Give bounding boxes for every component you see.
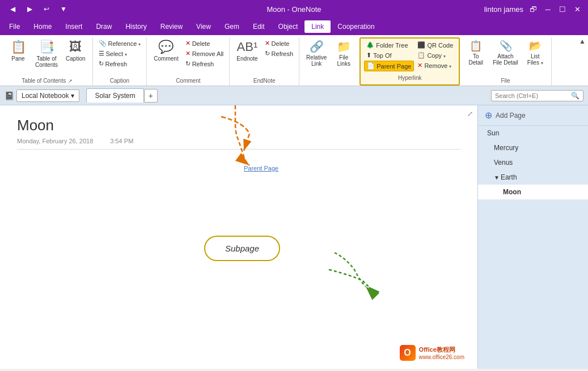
comment-refresh-button[interactable]: ↻ Refresh (183, 59, 226, 69)
tabs-area: Solar System + (86, 88, 157, 103)
watermark: O Office教程网 www.office26.com (395, 343, 469, 363)
remove-button[interactable]: ✕ Remove ▾ (415, 61, 455, 70)
comment-col: ✕ Delete ✕ Remove All ↻ Refresh (183, 39, 226, 69)
menu-review[interactable]: Review (154, 20, 189, 33)
remove-all-icon: ✕ (185, 50, 191, 57)
page-item-sun[interactable]: Sun (478, 126, 588, 140)
notebook-icon-area: 📓 (5, 91, 14, 100)
file-label: File (463, 76, 547, 86)
reference-button[interactable]: 📎 Reference ▾ (96, 39, 143, 48)
endnote-button[interactable]: AB¹ Endnote (233, 39, 261, 63)
endnote-icon: AB¹ (237, 40, 258, 54)
maximize-button[interactable]: ☐ (557, 4, 568, 14)
menu-view[interactable]: View (189, 20, 218, 33)
attach-file-icon: 📎 (500, 40, 512, 52)
select-button[interactable]: ☰ Select ▾ (96, 49, 143, 58)
add-page-button[interactable]: ⊕ Add Page (478, 105, 588, 126)
caption-label: Caption (96, 76, 143, 86)
page-item-venus[interactable]: Venus (478, 155, 588, 170)
qr-code-icon: ⬛ (417, 41, 425, 49)
menu-bar: File Home Insert Draw History Review Vie… (0, 18, 588, 35)
menu-cooperation[interactable]: Cooperation (331, 20, 381, 33)
links-label (303, 83, 356, 86)
file-links-icon: 📁 (337, 40, 351, 53)
forward-button[interactable]: ▶ (23, 2, 36, 16)
minimize-button[interactable]: ─ (543, 4, 553, 14)
hyperlink-label: Hyperlink (364, 74, 455, 83)
links-content: 🔗 RelativeLink 📁 FileLinks (303, 39, 356, 83)
search-box[interactable]: 🔍 (491, 90, 583, 101)
subpage-label: Subpage (204, 236, 280, 261)
to-detail-icon: 📋 (469, 40, 482, 52)
menu-file[interactable]: File (2, 20, 27, 33)
comment-group: 💬 Comment ✕ Delete ✕ Remove All ↻ Refres… (147, 37, 230, 86)
undo-button[interactable]: ↩ (40, 2, 53, 16)
page-time: 3:54 PM (110, 138, 133, 144)
menu-draw[interactable]: Draw (89, 20, 119, 33)
caption-icon: 🖼 (69, 40, 82, 54)
menu-gem[interactable]: Gem (218, 20, 246, 33)
add-tab-button[interactable]: + (144, 89, 158, 103)
page-item-mercury[interactable]: Mercury (478, 140, 588, 155)
endnote-content: AB¹ Endnote ✕ Delete ↻ Refresh (233, 39, 295, 76)
page-meta: Monday, February 26, 2018 3:54 PM (17, 138, 460, 150)
notebook-dropdown-icon: ▾ (71, 92, 74, 100)
toc-expand[interactable]: ↗ (68, 78, 73, 84)
expand-button[interactable]: ⤢ (467, 110, 473, 118)
folder-tree-button[interactable]: 🌲 Folder Tree (364, 40, 414, 50)
user-name: linton james (484, 5, 523, 14)
parent-page-button[interactable]: 📄 Parent Page (364, 61, 414, 71)
search-input[interactable] (495, 92, 569, 99)
comment-button[interactable]: 💬 Comment (150, 39, 181, 63)
menu-object[interactable]: Object (272, 20, 305, 33)
links-group: 🔗 RelativeLink 📁 FileLinks (299, 37, 359, 86)
toc-group: 📋 Pane 📑 Table ofContents 🖼 Caption Tabl… (2, 37, 93, 86)
relative-link-button[interactable]: 🔗 RelativeLink (303, 39, 330, 68)
menu-link[interactable]: Link (304, 20, 331, 33)
page-item-earth[interactable]: ▼Earth (478, 170, 588, 185)
notebook-selector[interactable]: Local Notebook ▾ (16, 89, 79, 102)
tab-solar-system[interactable]: Solar System (86, 88, 143, 103)
comment-delete-button[interactable]: ✕ Delete (183, 39, 226, 48)
restore-button[interactable]: 🗗 (528, 4, 538, 14)
quick-access-button[interactable]: ▼ (57, 2, 70, 16)
earth-expand-icon: ▼ (494, 174, 500, 181)
title-bar-left: ◀ ▶ ↩ ▼ (6, 2, 70, 16)
notebook-name: Local Notebook (22, 92, 69, 100)
parent-page-link[interactable]: Parent Page (244, 165, 278, 172)
pane-button[interactable]: 📋 Pane (6, 39, 31, 63)
menu-insert[interactable]: Insert (58, 20, 89, 33)
ribbon-collapse[interactable]: ▲ (579, 37, 586, 45)
caption-refresh-icon: ↻ (99, 60, 104, 67)
page-title: Moon (17, 117, 460, 134)
endnote-label: EndNote (233, 76, 295, 86)
list-files-button[interactable]: 📂 ListFiles ▾ (523, 39, 548, 67)
page-item-moon[interactable]: Moon (478, 185, 588, 199)
comment-refresh-icon: ↻ (185, 60, 191, 67)
to-detail-button[interactable]: 📋 ToDetail (463, 39, 488, 67)
back-button[interactable]: ◀ (6, 2, 19, 16)
close-button[interactable]: ✕ (572, 4, 582, 14)
office-icon: O (400, 345, 416, 361)
caption-button[interactable]: 🖼 Caption (62, 39, 88, 63)
toc-button[interactable]: 📑 Table ofContents (32, 39, 61, 69)
qr-code-button[interactable]: ⬛ QR Code (415, 40, 455, 50)
file-group: 📋 ToDetail 📎 AttachFile Detail 📂 ListFil… (460, 37, 551, 86)
attach-file-detail-button[interactable]: 📎 AttachFile Detail (489, 39, 521, 67)
search-icon[interactable]: 🔍 (571, 92, 579, 100)
caption-refresh-button[interactable]: ↻ Refresh (96, 59, 143, 69)
copy-button[interactable]: 📋 Copy ▾ (415, 50, 455, 60)
file-content: 📋 ToDetail 📎 AttachFile Detail 📂 ListFil… (463, 39, 547, 76)
file-links-button[interactable]: 📁 FileLinks (331, 39, 356, 68)
menu-history[interactable]: History (119, 20, 153, 33)
comment-content: 💬 Comment ✕ Delete ✕ Remove All ↻ Refres… (150, 39, 226, 76)
remove-all-button[interactable]: ✕ Remove All (183, 49, 226, 58)
endnote-refresh-icon: ↻ (265, 50, 270, 57)
top-of-button[interactable]: ⬆ Top Of (364, 50, 414, 60)
comment-label: Comment (150, 76, 226, 86)
menu-edit[interactable]: Edit (246, 20, 272, 33)
endnote-refresh-button[interactable]: ↻ Refresh (263, 49, 296, 58)
reference-icon: 📎 (99, 40, 107, 47)
menu-home[interactable]: Home (27, 20, 58, 33)
endnote-delete-button[interactable]: ✕ Delete (263, 39, 296, 48)
